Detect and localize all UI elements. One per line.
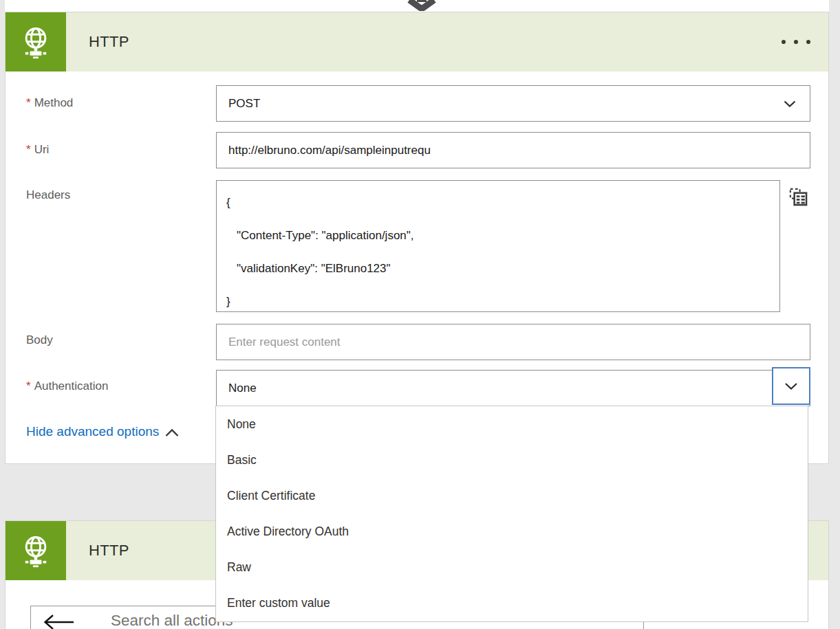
arrow-left-icon — [42, 613, 75, 629]
authentication-label: *Authentication — [26, 379, 108, 393]
uri-value: http://elbruno.com/api/sampleinputrequ — [217, 144, 431, 157]
http-action-card: HTTP *Method POST *Uri http://elbruno.co… — [5, 12, 829, 464]
headers-json-line: "Content-Type": "application/json", — [226, 219, 779, 252]
http-connector-icon — [6, 12, 66, 71]
method-select[interactable]: POST — [216, 85, 810, 122]
body-placeholder: Enter request content — [217, 335, 341, 349]
method-label: *Method — [26, 96, 73, 110]
logic-app-designer-canvas: HTTP *Method POST *Uri http://elbruno.co… — [0, 0, 840, 629]
table-mode-icon — [786, 184, 812, 210]
authentication-value: None — [217, 382, 257, 395]
headers-label: Headers — [26, 188, 70, 202]
headers-json-line: { — [226, 186, 779, 219]
dropdown-option-active-directory-oauth[interactable]: Active Directory OAuth — [216, 514, 808, 550]
required-marker: * — [26, 379, 31, 393]
chevron-up-icon — [164, 428, 180, 437]
dropdown-option-none[interactable]: None — [216, 406, 808, 442]
headers-json-line: } — [226, 285, 779, 318]
required-marker: * — [26, 96, 31, 109]
card-title: HTTP — [66, 33, 129, 51]
dropdown-option-raw[interactable]: Raw — [216, 550, 808, 586]
http-card-header[interactable]: HTTP — [6, 12, 828, 71]
flow-down-arrow-icon — [407, 0, 437, 12]
http-connector-icon — [6, 521, 66, 580]
dropdown-option-enter-custom-value[interactable]: Enter custom value — [216, 586, 808, 621]
dropdown-option-basic[interactable]: Basic — [216, 442, 808, 478]
advanced-options-label: Hide advanced options — [26, 424, 159, 439]
body-input[interactable]: Enter request content — [216, 324, 810, 360]
body-label: Body — [26, 333, 53, 347]
method-value: POST — [217, 97, 260, 111]
chevron-down-icon — [784, 100, 796, 107]
dropdown-option-client-certificate[interactable]: Client Certificate — [216, 478, 808, 514]
back-button[interactable] — [42, 613, 75, 629]
uri-input[interactable]: http://elbruno.com/api/sampleinputrequ — [216, 132, 810, 168]
card-title: HTTP — [66, 542, 129, 560]
authentication-select[interactable]: None — [216, 370, 810, 406]
required-marker: * — [26, 143, 31, 156]
advanced-options-link[interactable]: Hide advanced options — [26, 424, 180, 439]
headers-switch-mode-button[interactable] — [784, 184, 813, 211]
ellipsis-dot — [806, 40, 810, 44]
authentication-dropdown-list: None Basic Client Certificate Active Dir… — [215, 406, 808, 622]
uri-label: *Uri — [26, 143, 49, 157]
card-menu-button[interactable] — [782, 12, 810, 71]
chevron-down-icon — [784, 382, 798, 390]
search-placeholder: Search all actions — [111, 612, 233, 629]
ellipsis-dot — [782, 40, 786, 44]
headers-json-line: "validationKey": "ElBruno123" — [226, 252, 779, 285]
ellipsis-dot — [794, 40, 798, 44]
headers-editor[interactable]: { "Content-Type": "application/json", "v… — [216, 180, 780, 312]
authentication-dropdown-button[interactable] — [772, 367, 810, 405]
connector-band — [5, 0, 829, 12]
